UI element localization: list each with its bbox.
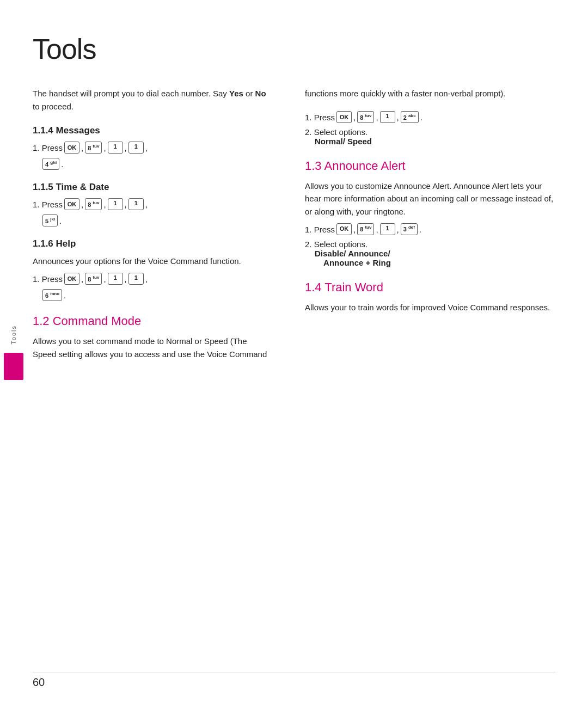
messages-step1-cont: 4 ghi . bbox=[42, 158, 272, 170]
key-ok-announce: OK bbox=[336, 223, 352, 235]
col-right: functions more quickly with a faster non… bbox=[294, 87, 555, 366]
key-2abc-cmd: 2 abc bbox=[401, 111, 419, 123]
key-1a-timedate: 1 bbox=[108, 198, 123, 210]
intro-right: functions more quickly with a faster non… bbox=[305, 87, 555, 100]
key-1b-help: 1 bbox=[128, 273, 144, 285]
section-train-word: 1.4 Train Word Allows your to train word… bbox=[305, 280, 555, 314]
section-heading-messages: 1.1.4 Messages bbox=[33, 125, 272, 136]
key-ok-cmd: OK bbox=[336, 111, 352, 123]
timedate-step1: 1. Press OK , 8 tuv , 1 , 1 , bbox=[33, 198, 272, 211]
section-announce-alert: 1.3 Announce Alert Allows you to customi… bbox=[305, 159, 555, 267]
announce-select-options: 2. Select options. Disable/ Announce/ An… bbox=[305, 240, 555, 267]
announce-alert-body: Allows you to customize Announce Alert. … bbox=[305, 180, 555, 218]
page: Tools Tools The handset will prompt you … bbox=[0, 0, 588, 705]
pink-bar bbox=[4, 353, 23, 380]
command-mode-right-steps: 1. Press OK , 8 tuv , 1 , 2 abc . 2. Sel… bbox=[305, 111, 555, 146]
command-select-value: Normal/ Speed bbox=[315, 137, 555, 146]
announce-step1: 1. Press OK , 8 tuv , 1 , 3 def . bbox=[305, 223, 555, 236]
help-body: Announces your options for the Voice Com… bbox=[33, 255, 272, 267]
key-1b-messages: 1 bbox=[128, 142, 144, 154]
section-heading-time-date: 1.1.5 Time & Date bbox=[33, 182, 272, 193]
messages-step1: 1. Press OK , 8 tuv , 1 , 1 , bbox=[33, 142, 272, 155]
help-step1-cont: 6 mno . bbox=[42, 289, 272, 301]
section-heading-train-word: 1.4 Train Word bbox=[305, 280, 555, 295]
key-8tuv-timedate: 8 tuv bbox=[85, 198, 102, 210]
section-messages: 1.1.4 Messages 1. Press OK , 8 tuv , 1 ,… bbox=[33, 125, 272, 170]
announce-select-value: Disable/ Announce/ Announce + Ring bbox=[315, 249, 555, 267]
command-mode-body: Allows you to set command mode to Normal… bbox=[33, 335, 272, 360]
help-step1: 1. Press OK , 8 tuv , 1 , 1 , bbox=[33, 273, 272, 286]
key-5jkl-timedate: 5 jkl bbox=[42, 214, 58, 226]
section-heading-command-mode: 1.2 Command Mode bbox=[33, 314, 272, 328]
key-3def-announce: 3 def bbox=[401, 223, 418, 235]
col-left: The handset will prompt you to dial each… bbox=[33, 87, 294, 366]
key-4ghi-messages: 4 ghi bbox=[42, 158, 59, 170]
key-ok-help: OK bbox=[64, 273, 79, 285]
key-1-announce: 1 bbox=[380, 223, 395, 235]
intro-left: The handset will prompt you to dial each… bbox=[33, 87, 272, 113]
key-ok-timedate: OK bbox=[64, 198, 79, 210]
key-8tuv-messages: 8 tuv bbox=[85, 142, 102, 154]
key-1a-messages: 1 bbox=[108, 142, 123, 154]
key-1b-timedate: 1 bbox=[128, 198, 144, 210]
command-step1: 1. Press OK , 8 tuv , 1 , 2 abc . bbox=[305, 111, 555, 124]
timedate-step1-cont: 5 jkl . bbox=[42, 214, 272, 226]
page-title: Tools bbox=[33, 33, 555, 65]
key-8tuv-announce: 8 tuv bbox=[357, 223, 374, 235]
side-label: Tools bbox=[10, 325, 17, 345]
section-command-mode: 1.2 Command Mode Allows you to set comma… bbox=[33, 314, 272, 360]
key-1-cmd: 1 bbox=[380, 111, 395, 123]
command-select-options: 2. Select options. Normal/ Speed bbox=[305, 127, 555, 146]
train-word-body: Allows your to train words for improved … bbox=[305, 301, 555, 314]
key-8tuv-cmd: 8 tuv bbox=[357, 111, 374, 123]
separator-line bbox=[33, 672, 555, 672]
side-bar: Tools bbox=[0, 0, 27, 705]
section-help: 1.1.6 Help Announces your options for th… bbox=[33, 238, 272, 301]
section-time-date: 1.1.5 Time & Date 1. Press OK , 8 tuv , … bbox=[33, 182, 272, 226]
main-content: The handset will prompt you to dial each… bbox=[33, 87, 555, 366]
key-6mno-help: 6 mno bbox=[42, 289, 62, 301]
key-8tuv-help: 8 tuv bbox=[85, 273, 102, 285]
key-ok-messages: OK bbox=[64, 142, 79, 154]
section-heading-help: 1.1.6 Help bbox=[33, 238, 272, 249]
key-1a-help: 1 bbox=[108, 273, 123, 285]
page-number: 60 bbox=[33, 676, 45, 689]
section-heading-announce-alert: 1.3 Announce Alert bbox=[305, 159, 555, 173]
